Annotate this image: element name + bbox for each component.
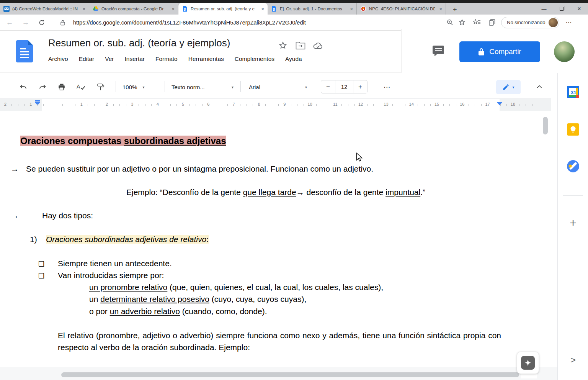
paragraph-sub-1[interactable]: un pronombre relativo (que, quien, quien…: [89, 283, 383, 292]
share-button[interactable]: Compartir: [459, 41, 540, 62]
refresh-button[interactable]: [35, 16, 48, 29]
side-panel: 31 + >: [557, 73, 588, 380]
menu-formato[interactable]: Formato: [155, 56, 178, 62]
collections-button[interactable]: [486, 17, 498, 28]
paragraph-numbered-1[interactable]: 1)Oraciones subordinadas adjetivas de re…: [30, 235, 209, 244]
document-status-button[interactable]: [313, 40, 323, 51]
menu-ayuda[interactable]: Ayuda: [285, 56, 302, 62]
tasks-panel-button[interactable]: [566, 159, 580, 173]
forward-button[interactable]: →: [19, 16, 32, 29]
account-avatar[interactable]: [554, 41, 575, 62]
paragraph-text: o por un adverbio relativo (cuando, como…: [89, 307, 267, 316]
decrease-font-button[interactable]: −: [321, 80, 335, 93]
ruler-number: 16: [460, 102, 464, 106]
paragraph-style-select[interactable]: Texto norm... ▾: [172, 80, 234, 94]
ruler-tick: [119, 104, 120, 106]
menu-complementos[interactable]: Complementos: [235, 56, 274, 62]
zoom-page-button[interactable]: [444, 17, 456, 28]
list-bullet: ❑: [38, 260, 58, 268]
paragraph-check-1[interactable]: ❑Siempre tienen un antecedente.: [38, 259, 172, 268]
star-document-button[interactable]: [278, 40, 288, 51]
paragraph-text: Oraciones compuestas subordinadas adjeti…: [20, 136, 226, 146]
address-bar: ← → https://docs.google.com/document/d/1…: [0, 15, 588, 31]
tab-close-button[interactable]: ×: [170, 6, 176, 12]
document-title[interactable]: Resumen or. sub. adj. (teoría y ejemplos…: [48, 37, 230, 49]
add-addon-button[interactable]: +: [565, 215, 581, 231]
ruler[interactable]: 21123456789101112131415161718: [0, 99, 551, 111]
redo-button[interactable]: [35, 80, 50, 94]
indent-marker-left[interactable]: [35, 100, 40, 105]
mail-icon: [3, 6, 10, 12]
tab-close-button[interactable]: ×: [349, 6, 354, 12]
add-favorite-button[interactable]: [456, 17, 468, 28]
hide-panel-button[interactable]: >: [566, 353, 580, 367]
tab-close-button[interactable]: ×: [438, 6, 443, 12]
keep-panel-button[interactable]: [566, 123, 580, 136]
font-size-value[interactable]: 12: [335, 80, 353, 93]
browser-menu-button[interactable]: ⋯: [562, 17, 575, 28]
restore-button[interactable]: [553, 3, 570, 15]
style-value: Texto norm...: [172, 84, 205, 90]
list-bullet: ❑: [38, 272, 58, 280]
ruler-tick: [88, 104, 88, 106]
sync-status-label: No sincronizando: [507, 20, 545, 25]
browser-tab[interactable]: Oración compuesta - Google Dr×: [89, 3, 178, 15]
paragraph-sub-2[interactable]: un determinante relativo posesivo (cuyo,…: [89, 295, 306, 304]
zoom-select[interactable]: 100% ▾: [122, 80, 144, 94]
horizontal-scrollbar-thumb[interactable]: [61, 372, 519, 377]
calendar-panel-button[interactable]: 31: [566, 85, 580, 99]
print-button[interactable]: [54, 80, 69, 94]
ruler-tick: [62, 104, 63, 106]
ruler-tick: [227, 104, 228, 106]
paragraph-arrow-1[interactable]: →Se pueden sustituir por un adjetivo o p…: [11, 164, 373, 174]
paragraph-arrow-2[interactable]: →Hay dos tipos:: [11, 211, 93, 220]
undo-button[interactable]: [16, 80, 31, 94]
editing-mode-button[interactable]: ▾: [496, 80, 521, 94]
ruler-tick: [11, 104, 12, 106]
favorites-bar-button[interactable]: [470, 17, 483, 28]
ruler-tick: [202, 104, 203, 106]
url-field[interactable]: https://docs.google.com/document/d/1sL1Z…: [57, 16, 468, 29]
ruler-tick: [304, 104, 304, 106]
paragraph-sub-3[interactable]: o por un adverbio relativo (cuando, como…: [89, 307, 267, 316]
menu-herramientas[interactable]: Herramientas: [188, 56, 224, 62]
tab-close-button[interactable]: ×: [81, 6, 87, 12]
document-canvas[interactable]: Oraciones compuestas subordinadas adjeti…: [0, 111, 557, 367]
move-to-folder-button[interactable]: [296, 40, 305, 51]
explore-button[interactable]: [517, 352, 539, 374]
menu-ver[interactable]: Ver: [105, 56, 114, 62]
increase-font-button[interactable]: +: [353, 80, 367, 93]
vertical-scrollbar-thumb[interactable]: [543, 117, 548, 134]
minimize-button[interactable]: —: [535, 3, 553, 15]
browser-tab[interactable]: Ej. Or. sub. adj. 1 - Documentos×: [268, 3, 357, 15]
spell-check-button[interactable]: A: [74, 80, 88, 94]
menu-insertar[interactable]: Insertar: [124, 56, 145, 62]
close-button[interactable]: ×: [570, 3, 588, 15]
menu-editar[interactable]: Editar: [79, 56, 95, 62]
font-family-select[interactable]: Arial ▾: [249, 80, 307, 94]
browser-tab[interactable]: Resumen or. sub. adj. (teoría y e×: [178, 3, 268, 15]
paragraph-body[interactable]: El relativo (pronombre, adjetivo o adver…: [58, 329, 501, 353]
browser-tab[interactable]: (4) CorreoWeb EducaMadrid :: IN×: [0, 3, 89, 15]
paragraph-heading[interactable]: Oraciones compuestas subordinadas adjeti…: [19, 135, 227, 147]
tab-close-button[interactable]: ×: [260, 6, 265, 12]
print-icon: [57, 83, 66, 91]
open-comments-button[interactable]: [430, 43, 447, 59]
paint-format-button[interactable]: [93, 80, 108, 94]
docs-logo-icon[interactable]: [16, 40, 33, 62]
url-text[interactable]: https://docs.google.com/document/d/1sL1Z…: [73, 20, 444, 26]
profile-sync-pill[interactable]: No sincronizando: [501, 17, 559, 28]
hide-menus-button[interactable]: [532, 80, 547, 94]
browser-tab[interactable]: NPC_4ESO: PLANIFICACIÓN DE×: [357, 3, 446, 15]
ruler-tick: [126, 104, 126, 106]
text-run: Van introducidas siempre por:: [58, 271, 164, 280]
ruler-tick: [221, 104, 221, 106]
paragraph-check-2[interactable]: ❑Van introducidas siempre por:: [38, 271, 164, 280]
menu-archivo[interactable]: Archivo: [48, 56, 68, 62]
back-button[interactable]: ←: [3, 16, 16, 29]
text-run: Oraciones compuestas: [20, 136, 124, 146]
paragraph-example[interactable]: Ejemplo: “Desconfío de la gente que lleg…: [126, 188, 425, 197]
more-toolbar-options-button[interactable]: ⋯: [380, 80, 394, 94]
indent-marker-right[interactable]: [497, 102, 502, 105]
new-tab-button[interactable]: +: [451, 6, 459, 13]
